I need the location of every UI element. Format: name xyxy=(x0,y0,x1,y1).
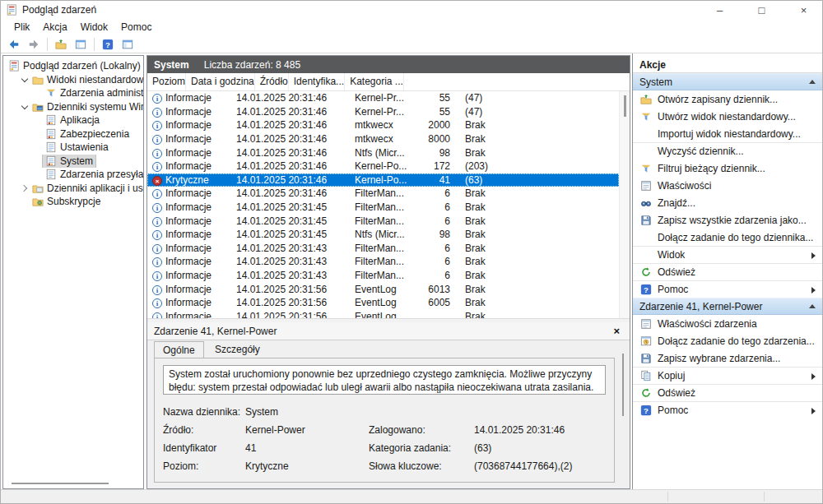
scrollbar-thumb[interactable] xyxy=(624,95,626,117)
event-row[interactable]: Informacje 14.01.2025 20:31:46 mtkwecx 2… xyxy=(147,118,619,132)
tree-horizontal-scrollbar[interactable] xyxy=(12,483,109,484)
column-source[interactable]: Źródło xyxy=(255,73,289,90)
event-row[interactable]: Informacje 14.01.2025 20:31:43 FilterMan… xyxy=(147,255,619,269)
tab-details[interactable]: Szczegóły xyxy=(207,341,268,357)
back-button[interactable] xyxy=(5,36,23,53)
field-value: 41 xyxy=(245,442,369,454)
app-icon xyxy=(6,4,17,16)
action-open-saved-log[interactable]: Otwórz zapisany dziennik... xyxy=(633,90,822,108)
tree-windows-logs[interactable]: Dzienniki systemu Windows xyxy=(3,100,143,114)
menu-akcja[interactable]: Akcja xyxy=(36,20,73,35)
tree-apps-services-logs[interactable]: Dzienniki aplikacji i usług xyxy=(3,182,143,196)
event-row[interactable]: Informacje 14.01.2025 20:31:46 Kernel-Pr… xyxy=(147,105,619,119)
scrollbar-thumb[interactable] xyxy=(622,354,624,416)
help-button[interactable] xyxy=(99,36,117,53)
actions-title: Akcje xyxy=(633,57,822,73)
action-attach-task-to-event[interactable]: Dołącz zadanie do tego zdarzenia... xyxy=(633,332,822,349)
action-properties[interactable]: Właściwości xyxy=(633,177,822,194)
forward-button[interactable] xyxy=(25,36,43,53)
action-help-event[interactable]: Pomoc xyxy=(633,401,822,418)
tree-subscriptions[interactable]: Subskrypcje xyxy=(3,195,143,209)
event-row[interactable]: Informacje 14.01.2025 20:31:45 FilterMan… xyxy=(147,201,619,215)
collapse-icon[interactable] xyxy=(809,80,816,84)
action-view[interactable]: Widok xyxy=(633,246,822,263)
props-icon xyxy=(640,180,652,192)
action-section-header-system[interactable]: System xyxy=(633,73,822,90)
expander-icon[interactable] xyxy=(19,104,30,110)
event-row[interactable]: Informacje 14.01.2025 20:31:46 FilterMan… xyxy=(147,187,619,201)
copy-icon xyxy=(640,370,652,381)
menu-widok[interactable]: Widok xyxy=(74,20,114,35)
toolbar-separator[interactable] xyxy=(47,38,48,51)
level-icon xyxy=(152,135,162,145)
column-date[interactable]: Data i godzina xyxy=(186,73,255,90)
field-value: Kernel-Power xyxy=(245,424,369,436)
tree-admin-events[interactable]: Zdarzenia administracyjn xyxy=(3,86,143,100)
action-event-properties[interactable]: Właściwości zdarzenia xyxy=(633,315,822,332)
log-title: System xyxy=(154,59,189,71)
toolbar-separator[interactable] xyxy=(94,38,95,51)
action-section-header-event[interactable]: Zdarzenie 41, Kernel-Power xyxy=(633,298,822,315)
column-event-id[interactable]: Identyfika... xyxy=(289,73,345,90)
log-header-bar: System Liczba zdarzeń: 8 485 xyxy=(147,56,630,73)
action-help[interactable]: Pomoc xyxy=(633,280,822,298)
tree-application[interactable]: Aplikacja xyxy=(3,113,143,127)
event-row[interactable]: Informacje 14.01.2025 20:31:46 mtkwecx 8… xyxy=(147,132,619,146)
tree-forwarded-events[interactable]: Zdarzenia przesyłane dale xyxy=(3,168,143,182)
action-find[interactable]: Znajdź... xyxy=(633,194,822,211)
action-refresh[interactable]: Odśwież xyxy=(633,263,822,280)
event-row[interactable]: Informacje 14.01.2025 20:31:46 Ntfs (Mic… xyxy=(147,146,619,160)
menu-plik[interactable]: Plik xyxy=(7,20,36,35)
maximize-button[interactable]: □ xyxy=(743,1,780,19)
openfolder-icon xyxy=(640,94,652,105)
show-console-tree-button[interactable] xyxy=(72,36,90,53)
field-label: Identyfikator xyxy=(163,442,245,454)
event-row[interactable]: Informacje 14.01.2025 20:31:56 EventLog … xyxy=(147,296,619,310)
event-row[interactable]: Informacje 14.01.2025 20:31:56 EventLog … xyxy=(147,282,619,296)
event-list-scrollbar[interactable] xyxy=(619,91,630,318)
event-row[interactable]: Informacje 14.01.2025 20:31:43 FilterMan… xyxy=(147,242,619,256)
event-row[interactable]: Informacje 14.01.2025 20:31:43 FilterMan… xyxy=(147,269,619,283)
action-refresh-event[interactable]: Odśwież xyxy=(633,384,822,401)
filter-icon xyxy=(45,87,57,99)
event-row[interactable]: Krytyczne 14.01.2025 20:31:46 Kernel-Po.… xyxy=(147,173,619,187)
column-category[interactable]: Kategoria ... xyxy=(345,73,404,90)
level-icon xyxy=(152,121,162,131)
preview-scrollbar[interactable] xyxy=(619,347,627,478)
column-level[interactable]: Poziom xyxy=(147,73,186,90)
close-button[interactable]: × xyxy=(785,1,822,19)
status-separator xyxy=(667,492,668,502)
action-create-custom-view[interactable]: Utwórz widok niestandardowy... xyxy=(633,108,822,125)
event-row[interactable]: Informacje 14.01.2025 20:31:46 Kernel-Pr… xyxy=(147,91,619,105)
tree-security[interactable]: Zabezpieczenia xyxy=(3,127,143,141)
expander-icon[interactable] xyxy=(19,186,30,191)
logplain-icon xyxy=(45,169,57,180)
action-save-selected-events[interactable]: Zapisz wybrane zdarzenia... xyxy=(633,349,822,367)
collapse-icon[interactable] xyxy=(809,304,816,308)
status-bar xyxy=(1,489,822,503)
event-row[interactable]: Informacje 14.01.2025 20:31:56 EventLog … xyxy=(147,310,619,319)
detail-field-row: Nazwa dziennika: System xyxy=(163,403,606,421)
menu-pomoc[interactable]: Pomoc xyxy=(114,20,158,35)
event-row[interactable]: Informacje 14.01.2025 20:31:45 Ntfs (Mic… xyxy=(147,228,619,242)
expander-icon[interactable] xyxy=(19,76,30,83)
action-attach-task-to-log[interactable]: Dołącz zadanie do tego dziennika... xyxy=(633,229,822,246)
action-copy[interactable]: Kopiuj xyxy=(633,367,822,384)
status-separator xyxy=(764,492,765,502)
show-action-pane-button[interactable] xyxy=(119,36,137,53)
action-import-custom-view[interactable]: Importuj widok niestandardowy... xyxy=(633,125,822,142)
action-filter-current-log[interactable]: Filtruj bieżący dziennik... xyxy=(633,160,822,177)
action-save-all-events[interactable]: Zapisz wszystkie zdarzenia jako... xyxy=(633,211,822,229)
preview-close-icon[interactable]: × xyxy=(610,325,623,337)
tree-setup[interactable]: Ustawienia xyxy=(3,141,143,155)
tab-general[interactable]: Ogólne xyxy=(154,341,204,358)
event-row[interactable]: Informacje 14.01.2025 20:31:46 Kernel-Po… xyxy=(147,160,619,173)
tree-root[interactable]: Podgląd zdarzeń (Lokalny) xyxy=(3,59,143,73)
tree-custom-views[interactable]: Widoki niestandardowe xyxy=(3,73,143,87)
minimize-button[interactable]: – xyxy=(701,1,738,19)
event-row[interactable]: Informacje 14.01.2025 20:31:45 FilterMan… xyxy=(147,214,619,228)
event-list: Informacje 14.01.2025 20:31:46 Kernel-Pr… xyxy=(147,91,630,318)
tree-system[interactable]: System xyxy=(3,155,143,169)
action-clear-log[interactable]: Wyczyść dziennik... xyxy=(633,142,822,160)
open-saved-log-button[interactable] xyxy=(52,36,70,53)
